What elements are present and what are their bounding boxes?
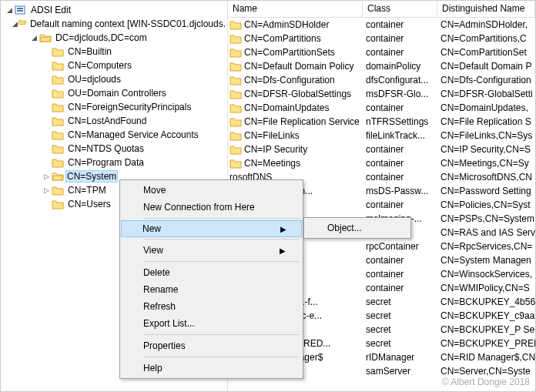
row-class: container xyxy=(363,283,437,293)
tree-node-label: CN=NTDS Quotas xyxy=(66,143,146,154)
expand-icon[interactable]: ▷ xyxy=(41,186,52,194)
list-row[interactable]: CN=Dfs-ConfigurationdfsConfigurat...CN=D… xyxy=(228,73,535,87)
list-row[interactable]: CN=MeetingscontainerCN=Meetings,CN=Sy xyxy=(228,156,535,170)
row-dn: CN=ComPartitions,C xyxy=(437,33,535,44)
menu-item-label: Delete xyxy=(122,267,276,278)
column-header-name[interactable]: Name xyxy=(228,1,363,17)
row-dn: CN=BCKUPKEY_4b56f xyxy=(437,297,535,307)
tree-node[interactable]: CN=Computers xyxy=(1,59,227,72)
tree-node[interactable]: CN=Builtin xyxy=(1,45,227,59)
tree-node-label: CN=System xyxy=(65,170,118,183)
tree-node-label: OU=Domain Controllers xyxy=(66,88,168,99)
menu-item[interactable]: Properties xyxy=(122,337,301,354)
row-name: CN=AdminSDHolder xyxy=(244,19,329,30)
list-row[interactable]: CN=ComPartitionscontainerCN=ComPartition… xyxy=(228,32,535,45)
tree-node-label: CN=ForeignSecurityPrincipals xyxy=(66,102,193,112)
tree-node-label: CN=Users xyxy=(66,199,112,209)
tree-context[interactable]: ◢ Default naming context [WIN-SSDC01.djc… xyxy=(1,17,227,31)
menu-item[interactable]: Rename xyxy=(122,281,301,298)
expand-icon[interactable]: ▷ xyxy=(41,173,52,180)
row-name: CN=File Replication Service xyxy=(244,116,360,127)
row-class: msDS-Passw... xyxy=(363,186,437,196)
folder-open-icon xyxy=(18,18,26,29)
collapse-icon[interactable]: ◢ xyxy=(4,6,15,14)
folder-icon xyxy=(229,33,242,44)
row-name: CN=FileLinks xyxy=(244,130,300,141)
folder-icon xyxy=(52,74,64,85)
menu-separator xyxy=(143,334,300,335)
folder-icon xyxy=(52,60,64,71)
menu-separator xyxy=(143,261,300,262)
row-dn: CN=WinsockServices, xyxy=(437,269,535,280)
list-row[interactable]: CN=IP SecuritycontainerCN=IP Security,CN… xyxy=(228,142,535,156)
menu-item-label: Export List... xyxy=(122,318,276,329)
row-name: CN=ComPartitionSets xyxy=(244,47,335,58)
menu-item[interactable]: Help xyxy=(122,360,301,377)
context-menu[interactable]: MoveNew Connection from HereNew▶View▶Del… xyxy=(119,179,303,379)
list-row[interactable]: CN=AdminSDHoldercontainerCN=AdminSDHolde… xyxy=(228,18,535,32)
svg-rect-2 xyxy=(17,10,23,12)
collapse-icon[interactable]: ◢ xyxy=(12,20,18,28)
menu-item-label: Rename xyxy=(122,284,276,295)
row-dn: CN=DFSR-GlobalSetti xyxy=(437,89,535,99)
tree-node[interactable]: CN=NTDS Quotas xyxy=(1,142,227,156)
tree-node[interactable]: CN=Program Data xyxy=(1,156,227,169)
tree-node-label: CN=TPM xyxy=(66,185,108,196)
tree-node[interactable]: CN=Managed Service Accounts xyxy=(1,128,227,142)
row-dn: CN=WMIPolicy,CN=S xyxy=(437,283,535,293)
folder-icon xyxy=(229,61,242,72)
tree-dc[interactable]: ◢ DC=djclouds,DC=com xyxy=(1,31,227,45)
menu-item[interactable]: Move xyxy=(122,182,301,199)
tree-node[interactable]: CN=ForeignSecurityPrincipals xyxy=(1,100,227,114)
tree-node[interactable]: OU=Domain Controllers xyxy=(1,86,227,100)
menu-item-label: New Connection from Here xyxy=(122,202,276,213)
row-class: container xyxy=(363,172,437,183)
row-class: secret xyxy=(363,297,437,307)
menu-item[interactable]: Export List... xyxy=(122,315,301,332)
row-class: container xyxy=(363,255,437,266)
menu-item-object[interactable]: Object... xyxy=(306,219,409,236)
list-row[interactable]: CN=Default Domain PolicydomainPolicyCN=D… xyxy=(228,59,535,73)
context-submenu[interactable]: Object... xyxy=(303,217,411,239)
list-header: Name Class Distinguished Name xyxy=(228,1,535,18)
row-dn: CN=Default Domain P xyxy=(437,61,535,72)
row-name: CN=IP Security xyxy=(244,144,307,155)
menu-item[interactable]: View▶ xyxy=(122,242,301,259)
row-dn: CN=IP Security,CN=S xyxy=(437,144,535,155)
folder-icon xyxy=(229,102,242,113)
list-row[interactable]: CN=DFSR-GlobalSettingsmsDFSR-Glo...CN=DF… xyxy=(228,87,535,101)
folder-icon xyxy=(52,143,64,154)
list-row[interactable]: CN=FileLinksfileLinkTrack...CN=FileLinks… xyxy=(228,129,535,142)
folder-icon xyxy=(229,89,242,99)
folder-open-icon xyxy=(39,32,52,43)
menu-item[interactable]: Delete xyxy=(122,264,301,281)
folder-icon xyxy=(52,129,64,140)
tree-node[interactable]: OU=djclouds xyxy=(1,72,227,86)
row-class: container xyxy=(363,144,437,155)
row-dn: CN=File Replication S xyxy=(437,116,535,127)
column-header-class[interactable]: Class xyxy=(363,1,437,17)
menu-item[interactable]: Refresh xyxy=(122,298,301,315)
list-row[interactable]: CN=ComPartitionSetscontainerCN=ComPartit… xyxy=(228,45,535,59)
folder-icon xyxy=(229,19,242,30)
row-class: container xyxy=(363,199,437,210)
row-dn: CN=DomainUpdates, xyxy=(437,102,535,113)
list-row[interactable]: CN=DomainUpdatescontainerCN=DomainUpdate… xyxy=(228,101,535,115)
folder-icon xyxy=(229,130,242,141)
tree-node-label: OU=djclouds xyxy=(66,74,122,85)
column-header-dn[interactable]: Distinguished Name xyxy=(437,1,535,17)
menu-item-label: Move xyxy=(122,185,276,196)
folder-icon xyxy=(52,157,64,168)
row-dn: CN=RID Manager$,CN xyxy=(437,352,535,363)
tree-node-label: CN=Builtin xyxy=(66,46,113,57)
folder-icon xyxy=(52,102,64,112)
tree-root[interactable]: ◢ ADSI Edit xyxy=(1,3,227,17)
tree-node[interactable]: CN=LostAndFound xyxy=(1,114,227,128)
menu-item[interactable]: New Connection from Here xyxy=(122,199,301,216)
list-row[interactable]: CN=File Replication ServicenTFRSSettings… xyxy=(228,115,535,129)
submenu-arrow-icon: ▶ xyxy=(277,225,286,233)
row-dn: CN=AdminSDHolder, xyxy=(437,19,535,30)
collapse-icon[interactable]: ◢ xyxy=(28,34,39,42)
menu-item[interactable]: New▶ xyxy=(121,220,302,237)
menu-item-label: View xyxy=(122,245,276,256)
